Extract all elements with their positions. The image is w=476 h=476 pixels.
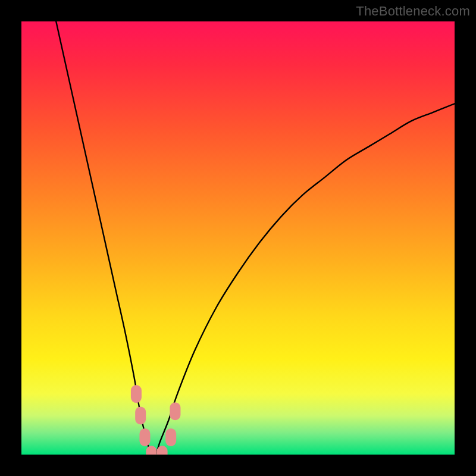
watermark-text: TheBottleneck.com	[356, 4, 470, 19]
chart-frame: TheBottleneck.com	[0, 0, 476, 476]
gradient-background	[21, 21, 455, 455]
optimal-marker	[139, 428, 150, 446]
plot-area	[21, 21, 455, 455]
optimal-marker	[165, 428, 176, 446]
optimal-marker	[170, 402, 180, 420]
optimal-marker	[131, 385, 142, 403]
optimal-marker	[135, 406, 146, 424]
chart-svg	[21, 21, 455, 455]
